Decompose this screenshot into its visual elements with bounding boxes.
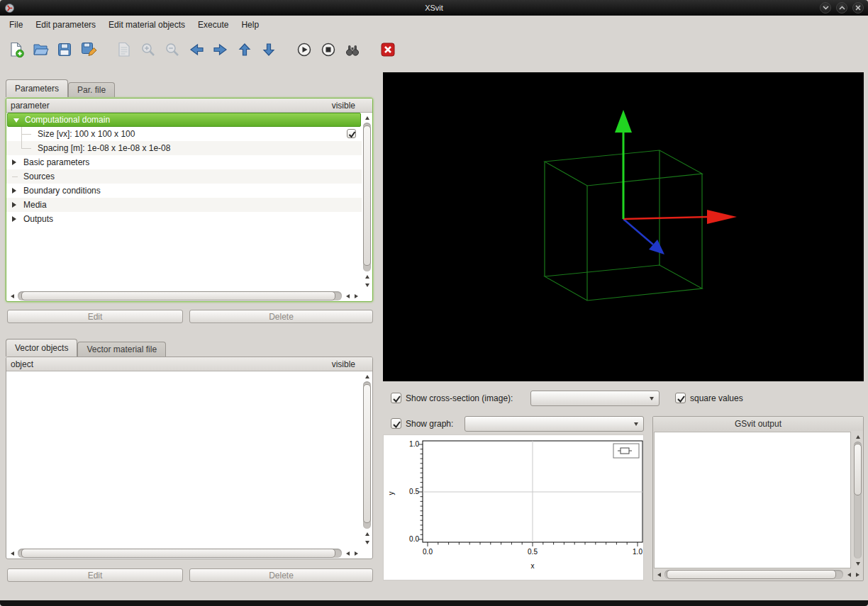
gsvit-output-content [654, 432, 851, 568]
preview-icon[interactable] [113, 39, 135, 60]
scrollbar-thumb[interactable] [363, 384, 371, 523]
menu-help[interactable]: Help [235, 18, 265, 32]
show-graph-checkbox[interactable] [391, 418, 401, 429]
scroll-left-button[interactable] [8, 291, 16, 301]
show-graph-combobox[interactable] [464, 416, 644, 432]
column-object[interactable]: object [6, 359, 332, 369]
scrollbar-thumb[interactable] [21, 291, 335, 301]
visible-checkbox[interactable] [347, 129, 356, 138]
horizontal-scrollbar[interactable] [7, 291, 361, 301]
scroll-up-button[interactable] [362, 113, 372, 122]
scroll-right-button[interactable] [853, 570, 862, 579]
expander-open-icon[interactable] [13, 118, 19, 123]
scroll-up-button[interactable] [362, 372, 372, 381]
expander-closed-icon[interactable] [12, 216, 16, 222]
column-visible[interactable]: visible [332, 101, 372, 111]
scroll-right-button[interactable] [352, 549, 360, 558]
forward-icon[interactable] [210, 39, 231, 60]
menu-file[interactable]: File [3, 18, 29, 32]
tab-vector-material-file[interactable]: Vector material file [77, 342, 166, 357]
scrollbar-track[interactable] [854, 442, 862, 559]
tab-vector-objects[interactable]: Vector objects [6, 339, 77, 357]
scrollbar-track[interactable] [664, 570, 843, 579]
objects-header[interactable]: object visible [6, 357, 372, 371]
vertical-scrollbar[interactable] [362, 371, 372, 547]
column-parameter[interactable]: parameter [6, 101, 332, 111]
scrollbar-thumb[interactable] [854, 444, 862, 495]
scroll-left-button[interactable] [8, 549, 16, 558]
menu-edit-parameters[interactable]: Edit parameters [29, 18, 102, 32]
column-visible[interactable]: visible [332, 359, 372, 369]
scrollbar-track[interactable] [363, 123, 371, 271]
expander-closed-icon[interactable] [12, 159, 16, 165]
find-icon[interactable] [342, 39, 363, 60]
tree-branch-line [21, 148, 31, 149]
square-values-checkbox[interactable] [675, 393, 686, 403]
titlebar[interactable]: XSvit [0, 0, 868, 16]
tab-parameters[interactable]: Parameters [6, 79, 68, 97]
scrollbar-thumb[interactable] [21, 549, 335, 558]
square-values-label: square values [690, 391, 743, 406]
up-icon[interactable] [234, 39, 255, 60]
tree-row-spacing[interactable]: Spacing [m]: 1e-08 x 1e-08 x 1e-08 [6, 141, 362, 155]
horizontal-scrollbar[interactable] [654, 569, 862, 580]
scrollbar-thumb[interactable] [667, 570, 836, 579]
scroll-left-button[interactable] [655, 570, 663, 579]
parameters-tabbar: Parameters Par. file [6, 79, 115, 97]
tree-row-boundary-conditions[interactable]: Boundary conditions [6, 184, 362, 198]
scroll-down-button[interactable] [853, 559, 862, 568]
zoom-in-icon[interactable] [138, 39, 159, 60]
scroll-left-button-2[interactable] [343, 291, 352, 301]
expander-closed-icon[interactable] [12, 188, 16, 193]
menu-execute[interactable]: Execute [191, 18, 235, 32]
vertical-scrollbar[interactable] [362, 113, 372, 290]
back-icon[interactable] [186, 39, 207, 60]
tree-row-media[interactable]: Media [6, 198, 362, 212]
edit-object-button[interactable]: Edit [7, 568, 183, 582]
new-file-icon[interactable] [6, 39, 27, 60]
scroll-down-button[interactable] [362, 281, 372, 289]
quit-icon[interactable] [377, 39, 399, 60]
scrollbar-track[interactable] [363, 381, 371, 529]
z-axis-arrow [623, 219, 664, 254]
close-button[interactable] [852, 2, 864, 13]
menu-edit-material-objects[interactable]: Edit material objects [102, 18, 191, 32]
expander-closed-icon[interactable] [12, 202, 16, 208]
scrollbar-track[interactable] [18, 291, 342, 301]
tree-row-outputs[interactable]: Outputs [6, 212, 362, 226]
save-icon[interactable] [54, 39, 75, 60]
open-file-icon[interactable] [30, 39, 51, 60]
edit-parameter-button[interactable]: Edit [7, 310, 183, 323]
scroll-up-button-2[interactable] [362, 272, 372, 281]
minimize-button[interactable] [820, 2, 831, 13]
delete-object-button[interactable]: Delete [189, 568, 373, 582]
cross-section-combobox[interactable] [530, 391, 660, 406]
tab-label: Par. file [77, 85, 106, 95]
tree-row-sources[interactable]: Sources [6, 169, 362, 184]
scroll-left-button-2[interactable] [343, 549, 352, 558]
horizontal-scrollbar[interactable] [7, 548, 361, 559]
vertical-scrollbar[interactable] [852, 432, 863, 568]
scrollbar-thumb[interactable] [363, 125, 371, 265]
scroll-left-button-2[interactable] [845, 570, 853, 579]
save-as-icon[interactable] [78, 39, 99, 60]
show-cross-section-checkbox[interactable] [391, 393, 401, 403]
down-icon[interactable] [258, 39, 279, 60]
tree-row-computational-domain[interactable]: Computational domain [7, 113, 361, 127]
zoom-out-icon[interactable] [162, 39, 183, 60]
stop-icon[interactable] [318, 39, 339, 60]
legend-box[interactable] [613, 444, 639, 458]
scroll-down-button[interactable] [362, 538, 372, 546]
scroll-up-button[interactable] [853, 432, 862, 441]
tree-header[interactable]: parameter visible [6, 99, 372, 113]
tab-par-file[interactable]: Par. file [68, 82, 115, 97]
scrollbar-track[interactable] [18, 549, 342, 558]
scroll-up-button-2[interactable] [362, 529, 372, 538]
scroll-right-button[interactable] [352, 291, 360, 301]
tree-row-size[interactable]: Size [vx]: 100 x 100 x 100 [6, 127, 362, 141]
run-icon[interactable] [294, 39, 315, 60]
tree-row-basic-parameters[interactable]: Basic parameters [6, 155, 362, 169]
scene-3d-view[interactable] [383, 72, 864, 381]
maximize-button[interactable] [836, 2, 847, 13]
delete-parameter-button[interactable]: Delete [189, 310, 373, 323]
